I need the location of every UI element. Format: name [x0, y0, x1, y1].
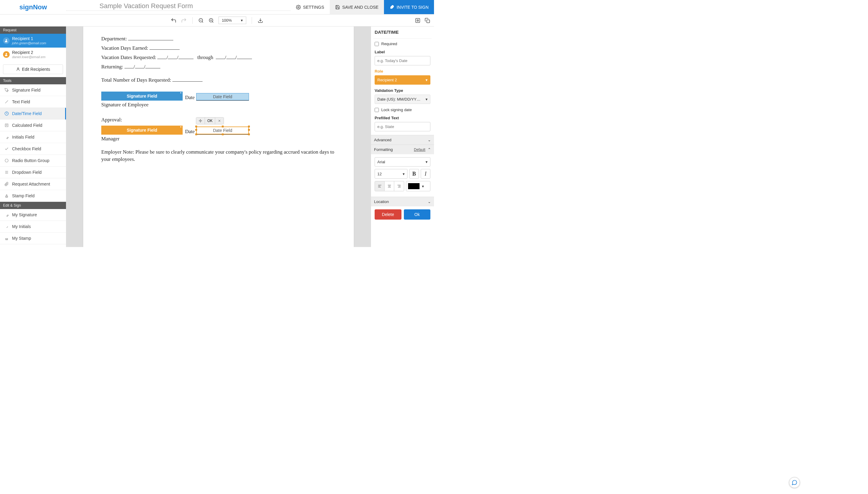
zoom-select[interactable]: 100% ▾	[219, 17, 246, 24]
svg-point-12	[6, 53, 7, 55]
calc-icon	[4, 123, 9, 128]
formatting-section[interactable]: Formatting Default ⌃	[371, 145, 434, 154]
invite-button[interactable]: INVITE TO SIGN	[384, 0, 434, 14]
redo-icon[interactable]	[181, 17, 187, 23]
manager-signature-row: OK Signature Field Date Date Field	[101, 126, 336, 142]
zoom-in-icon[interactable]	[208, 17, 214, 23]
chevron-down-icon: ⌄	[428, 200, 431, 204]
tool-datetime-field[interactable]: Date/Time Field	[0, 108, 66, 119]
tools-header: Tools	[0, 77, 66, 84]
location-label: Location	[374, 200, 389, 204]
download-icon[interactable]	[257, 17, 263, 23]
my-initials[interactable]: My Initials	[0, 221, 66, 232]
document-title[interactable]: Sample Vacation Request Form	[66, 2, 291, 11]
tool-signature-field[interactable]: Signature Field	[0, 84, 66, 96]
edit-recipients-button[interactable]: Edit Recipients	[3, 64, 63, 74]
move-handle[interactable]	[196, 117, 205, 124]
ok-button[interactable]: OK	[205, 117, 215, 124]
resize-handle[interactable]	[248, 129, 250, 131]
delete-button[interactable]: Delete	[375, 209, 402, 220]
resize-handle[interactable]	[195, 133, 197, 135]
chevron-down-icon: ▾	[426, 78, 428, 82]
tool-stamp-field[interactable]: Stamp Field	[0, 190, 66, 202]
radio-icon	[4, 158, 9, 163]
chevron-down-icon: ▾	[426, 97, 428, 101]
italic-button[interactable]: I	[421, 169, 430, 178]
resize-handle[interactable]	[248, 126, 250, 128]
my-stamp[interactable]: My Stamp	[0, 232, 66, 244]
color-preview	[408, 183, 420, 189]
assign-icon[interactable]	[415, 17, 421, 23]
required-checkbox[interactable]	[375, 42, 379, 46]
required-row[interactable]: Required	[373, 42, 431, 46]
logo-text-now: Now	[33, 3, 47, 11]
lock-signing-checkbox[interactable]	[375, 108, 379, 112]
avatar-icon	[3, 37, 10, 44]
align-right-button[interactable]	[394, 181, 404, 191]
chevron-up-icon: ⌃	[428, 147, 431, 152]
close-button[interactable]	[215, 117, 224, 124]
signature-field-employee[interactable]: Signature Field	[101, 92, 183, 101]
employee-signature-row: Signature Field Date Date Field Signatur…	[101, 92, 336, 108]
tool-label: Text Field	[12, 99, 30, 104]
recipient-1[interactable]: Recipient 1 john.green@email.com	[0, 34, 66, 48]
align-left-button[interactable]	[375, 181, 385, 191]
signature-field-manager[interactable]: Signature Field	[101, 126, 183, 135]
save-close-button[interactable]: SAVE AND CLOSE	[330, 0, 384, 14]
lock-signing-row[interactable]: Lock signing date	[373, 108, 431, 112]
color-picker[interactable]: ▾	[406, 181, 430, 191]
advanced-section[interactable]: Advanced ⌄	[371, 135, 434, 145]
initials-icon	[4, 224, 9, 229]
tool-text-field[interactable]: Text Field	[0, 96, 66, 108]
size-select[interactable]: 12 ▾	[375, 169, 407, 178]
default-link[interactable]: Default	[414, 148, 425, 152]
canvas[interactable]: Department: Vacation Days Earned: Vacati…	[66, 26, 371, 247]
tool-request-attachment[interactable]: Request Attachment	[0, 178, 66, 190]
recipient-2[interactable]: Recipient 2 daniel.lowe@email.em	[0, 48, 66, 61]
validation-value: Date (US): MM/DD/YY…	[377, 97, 421, 101]
save-close-label: SAVE AND CLOSE	[343, 5, 378, 10]
validation-select[interactable]: Date (US): MM/DD/YY… ▾	[375, 95, 430, 104]
copy-icon[interactable]	[424, 17, 430, 23]
resize-handle[interactable]	[222, 133, 224, 135]
svg-point-0	[298, 7, 299, 8]
validation-label: Validation Type	[375, 88, 430, 93]
my-signature[interactable]: My Signature	[0, 209, 66, 221]
blank-line	[172, 77, 203, 82]
tool-label: Initials Field	[12, 135, 34, 139]
svg-point-11	[6, 39, 7, 41]
tool-label: Calculated Field	[12, 123, 42, 128]
undo-icon[interactable]	[171, 17, 177, 23]
zoom-out-icon[interactable]	[198, 17, 204, 23]
resize-handle[interactable]	[248, 133, 250, 135]
app-header: signNow Sample Vacation Request Form SET…	[0, 0, 434, 15]
date-field-employee[interactable]: Date Field	[196, 93, 249, 100]
chevron-down-icon: ⌄	[428, 138, 431, 142]
resize-handle[interactable]	[222, 126, 224, 128]
line-vacation-earned: Vacation Days Earned:	[101, 44, 336, 51]
align-center-button[interactable]	[385, 181, 394, 191]
prefilled-input[interactable]	[375, 122, 430, 131]
tool-dropdown-field[interactable]: Dropdown Field	[0, 167, 66, 178]
role-select[interactable]: Recipient 2 ▾	[375, 75, 430, 84]
location-section[interactable]: Location ⌄	[371, 197, 434, 206]
tool-calculated-field[interactable]: Calculated Field	[0, 119, 66, 131]
bold-button[interactable]: B	[409, 169, 419, 178]
edit-recipients-label: Edit Recipients	[22, 67, 50, 72]
tool-checkbox-field[interactable]: Checkbox Field	[0, 143, 66, 155]
chevron-down-icon: ▾	[426, 160, 428, 164]
size-value: 12	[377, 172, 382, 176]
resize-handle[interactable]	[195, 126, 197, 128]
font-select[interactable]: Arial ▾	[375, 157, 430, 167]
settings-button[interactable]: SETTINGS	[291, 0, 330, 14]
tool-radio-group[interactable]: Radio Button Group	[0, 155, 66, 167]
ok-button[interactable]: Ok	[404, 209, 431, 220]
formatting-label: Formatting	[374, 147, 393, 152]
tool-initials-field[interactable]: Initials Field	[0, 131, 66, 143]
label-input[interactable]	[375, 56, 430, 65]
svg-rect-24	[6, 239, 8, 240]
avatar-icon	[3, 51, 10, 58]
font-value: Arial	[377, 160, 385, 164]
initials-icon	[4, 135, 9, 139]
resize-handle[interactable]	[195, 129, 197, 131]
